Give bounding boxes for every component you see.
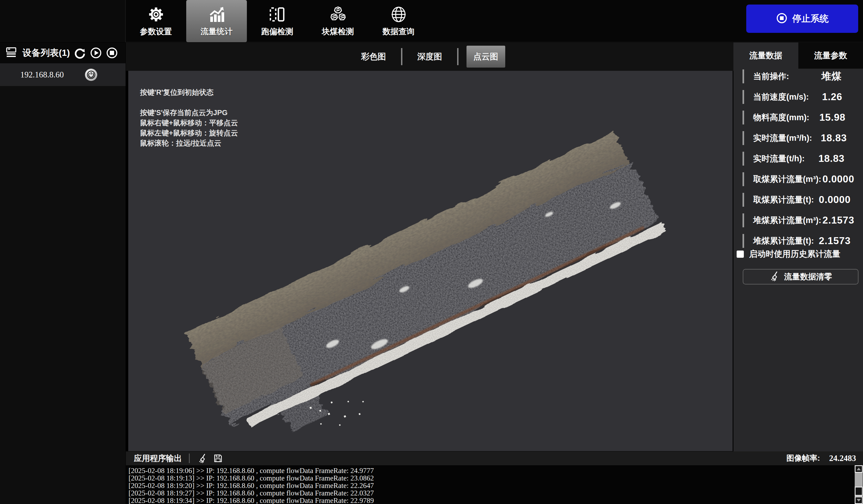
row-accent-bar xyxy=(742,234,744,248)
stop-device-button[interactable] xyxy=(106,47,118,59)
frame-rate-label: 图像帧率: xyxy=(787,453,820,464)
toolbar-item-data-query[interactable]: 数据查询 xyxy=(368,0,429,42)
instruction-line: 按键'S'保存当前点云为JPG xyxy=(140,108,238,118)
row-value: 堆煤 xyxy=(808,70,855,83)
start-device-button[interactable] xyxy=(90,47,102,59)
row-label: 物料高度(mm): xyxy=(753,112,809,123)
row-label: 取煤累计流量(m³): xyxy=(753,174,821,185)
row-accent-bar xyxy=(742,131,744,145)
tab-color-map[interactable]: 彩色图 xyxy=(354,46,393,67)
flow-row-take-coal-cum-t: 取煤累计流量(t): 0.0000 xyxy=(734,189,863,210)
bar-chart-icon xyxy=(208,5,226,24)
row-accent-bar xyxy=(742,90,744,104)
logo-area xyxy=(0,0,126,42)
toolbar-item-flow-statistics[interactable]: 流量统计 xyxy=(186,0,247,42)
instruction-line: 鼠标左键+鼠标移动：旋转点云 xyxy=(140,128,238,138)
device-list-header: 设备列表(1) xyxy=(0,42,126,63)
history-flow-checkbox[interactable] xyxy=(737,251,744,258)
device-list-title: 设备列表(1) xyxy=(23,47,70,59)
flow-row-realtime-flow-m3h: 实时流量(m³/h): 18.83 xyxy=(734,128,863,148)
log-line: [2025-02-08 18:19:34] >> IP: 192.168.8.6… xyxy=(128,497,863,504)
row-value: 0.0000 xyxy=(821,174,855,185)
tab-flow-data[interactable]: 流量数据 xyxy=(734,42,798,68)
console-separator xyxy=(189,454,190,463)
toolbar-item-coal-detection[interactable]: 块煤检测 xyxy=(308,0,368,42)
flow-panel-tabs: 流量数据 流量参数 xyxy=(734,42,863,68)
flow-row-current-operation: 当前操作: 堆煤 xyxy=(734,66,863,87)
row-accent-bar xyxy=(742,172,744,186)
row-accent-bar xyxy=(742,70,744,83)
scrollbar-track[interactable] xyxy=(855,473,863,496)
flow-row-take-coal-cum-m3: 取煤累计流量(m³): 0.0000 xyxy=(734,169,863,189)
scroll-down-arrow-icon xyxy=(856,499,861,502)
toolbar-item-label: 流量统计 xyxy=(201,26,233,37)
gear-icon xyxy=(147,5,165,24)
row-label: 取煤累计流量(t): xyxy=(753,194,814,205)
stop-system-label: 停止系统 xyxy=(792,13,829,25)
point-cloud-viewport[interactable]: 按键'R'复位到初始状态 按键'S'保存当前点云为JPG 鼠标右键+鼠标移动：平… xyxy=(128,71,733,451)
row-value: 1.26 xyxy=(809,91,855,103)
row-accent-bar xyxy=(742,152,744,166)
toolbar-item-label: 跑偏检测 xyxy=(261,26,293,37)
row-label: 实时流量(m³/h): xyxy=(753,133,812,144)
history-flow-checkbox-label: 启动时使用历史累计流量 xyxy=(749,248,840,260)
coal-lumps-icon xyxy=(329,5,347,24)
globe-icon xyxy=(390,5,408,24)
deviation-icon xyxy=(268,5,286,24)
instruction-line: 鼠标右键+鼠标移动：平移点云 xyxy=(140,118,238,128)
row-value: 15.98 xyxy=(809,112,855,123)
tab-flow-params[interactable]: 流量参数 xyxy=(798,42,863,68)
row-label: 堆煤累计流量(m³): xyxy=(753,215,821,226)
tab-separator xyxy=(401,48,402,65)
flow-data-rows: 当前操作: 堆煤 当前速度(m/s): 1.26 物料高度(mm): 15.98… xyxy=(734,66,863,251)
log-line: [2025-02-08 18:19:13] >> IP: 192.168.8.6… xyxy=(128,474,863,482)
frame-rate: 图像帧率: 24.2483 xyxy=(787,453,856,464)
scrollbar-down-button[interactable] xyxy=(855,496,863,504)
clear-flow-data-button[interactable]: 流量数据清零 xyxy=(743,269,859,285)
toolbar-item-deviation-detection[interactable]: 跑偏检测 xyxy=(247,0,308,42)
console-scrollbar xyxy=(854,465,863,504)
device-ip: 192.168.8.60 xyxy=(20,70,64,79)
top-toolbar: 参数设置 流量统计 xyxy=(0,0,863,42)
console-log-area[interactable]: [2025-02-08 18:19:06] >> IP: 192.168.8.6… xyxy=(126,465,863,504)
clear-log-broom-icon[interactable] xyxy=(197,452,209,464)
console-title: 应用程序输出 xyxy=(134,453,182,464)
device-sidebar: 设备列表(1) xyxy=(0,42,126,504)
toolbar-item-label: 数据查询 xyxy=(383,26,415,37)
flow-row-material-height: 物料高度(mm): 15.98 xyxy=(734,107,863,128)
toolbar-item-label: 块煤检测 xyxy=(322,26,354,37)
row-label: 实时流量(t/h): xyxy=(753,153,805,164)
toolbar-item-parameter-settings[interactable]: 参数设置 xyxy=(126,0,186,42)
log-line: [2025-02-08 18:19:06] >> IP: 192.168.8.6… xyxy=(128,467,863,474)
scroll-up-arrow-icon xyxy=(856,468,861,470)
row-value: 18.83 xyxy=(812,133,855,144)
row-accent-bar xyxy=(742,111,744,125)
console-header: 应用程序输出 图像帧率: 24.2483 xyxy=(126,451,863,465)
log-line: [2025-02-08 18:19:20] >> IP: 192.168.8.6… xyxy=(128,482,863,489)
toolbar-item-label: 参数设置 xyxy=(140,26,172,37)
output-console: 应用程序输出 图像帧率: 24.2483 xyxy=(126,451,863,504)
row-label: 堆煤累计流量(t): xyxy=(753,235,814,247)
log-line: [2025-02-08 18:19:27] >> IP: 192.168.8.6… xyxy=(128,489,863,497)
instruction-line: 鼠标滚轮：拉远/拉近点云 xyxy=(140,138,238,148)
viewport-instructions: 按键'R'复位到初始状态 按键'S'保存当前点云为JPG 鼠标右键+鼠标移动：平… xyxy=(140,87,238,148)
row-accent-bar xyxy=(742,213,744,227)
tab-separator xyxy=(457,48,459,65)
history-flow-checkbox-row: 启动时使用历史累计流量 xyxy=(734,246,863,262)
frame-rate-value: 24.2483 xyxy=(829,454,856,463)
device-power-button[interactable] xyxy=(85,68,97,81)
device-row[interactable]: 192.168.8.60 xyxy=(0,63,126,86)
tab-point-cloud[interactable]: 点云图 xyxy=(466,46,505,67)
scrollbar-up-button[interactable] xyxy=(855,465,863,473)
clear-flow-data-label: 流量数据清零 xyxy=(784,272,832,282)
tab-depth-map[interactable]: 深度图 xyxy=(410,46,449,67)
save-log-floppy-icon[interactable] xyxy=(212,452,224,464)
scrollbar-thumb[interactable] xyxy=(855,487,863,496)
row-value: 0.0000 xyxy=(814,194,855,205)
instruction-line: 按键'R'复位到初始状态 xyxy=(140,87,238,98)
device-list-icon xyxy=(5,46,17,60)
refresh-devices-button[interactable] xyxy=(74,47,86,59)
row-value: 18.83 xyxy=(808,153,855,164)
stop-system-button[interactable]: 停止系统 xyxy=(746,4,858,33)
row-label: 当前操作: xyxy=(753,71,789,82)
